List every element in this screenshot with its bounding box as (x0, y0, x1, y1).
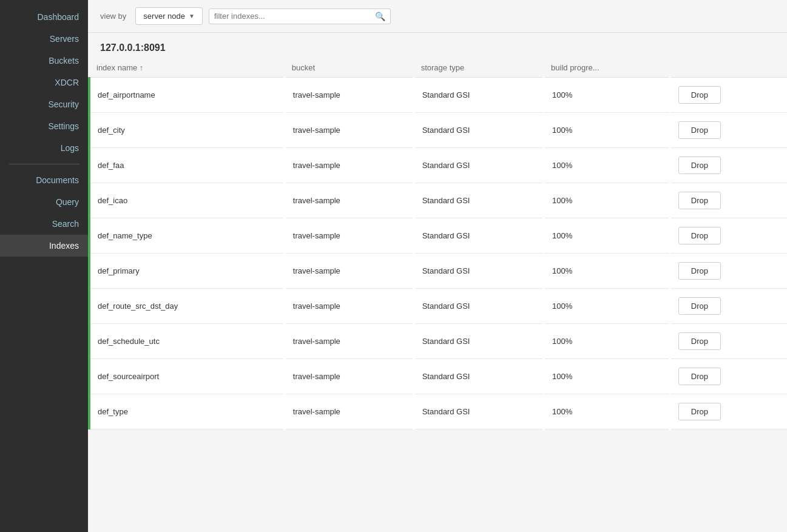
drop-button[interactable]: Drop (678, 121, 721, 139)
action-cell: Drop (670, 394, 787, 429)
action-cell: Drop (670, 78, 787, 113)
col-header-build_progress: build progre... (544, 58, 670, 78)
build-progress-cell: 100% (544, 289, 670, 324)
table-row: def_sourceairporttravel-sampleStandard G… (89, 359, 787, 394)
search-icon: 🔍 (375, 12, 385, 21)
server-node-dropdown[interactable]: server node ▼ (135, 7, 203, 25)
storage-type-cell: Standard GSI (414, 148, 544, 183)
table-row: def_airportnametravel-sampleStandard GSI… (89, 78, 787, 113)
sidebar-item-dashboard[interactable]: Dashboard (0, 6, 88, 28)
table-row: def_primarytravel-sampleStandard GSI100%… (89, 254, 787, 289)
build-progress-cell: 100% (544, 359, 670, 394)
bucket-cell: travel-sample (285, 183, 414, 218)
server-header: 127.0.0.1:8091 (88, 33, 787, 58)
index-name-cell: def_route_src_dst_day (89, 289, 285, 324)
sidebar-item-query[interactable]: Query (0, 191, 88, 213)
drop-button[interactable]: Drop (678, 262, 721, 280)
build-progress-cell: 100% (544, 183, 670, 218)
chevron-down-icon: ▼ (189, 13, 195, 19)
storage-type-cell: Standard GSI (414, 254, 544, 289)
drop-button[interactable]: Drop (678, 332, 721, 350)
toolbar: view by server node ▼ 🔍 (88, 0, 787, 33)
sidebar-item-security[interactable]: Security (0, 93, 88, 115)
action-cell: Drop (670, 359, 787, 394)
index-name-cell: def_sourceairport (89, 359, 285, 394)
col-header-storage_type: storage type (414, 58, 544, 78)
action-cell: Drop (670, 183, 787, 218)
sidebar-item-settings[interactable]: Settings (0, 115, 88, 137)
bucket-cell: travel-sample (285, 289, 414, 324)
sidebar-item-logs[interactable]: Logs (0, 137, 88, 159)
drop-button[interactable]: Drop (678, 403, 721, 420)
server-node-title: 127.0.0.1:8091 (100, 42, 166, 53)
sidebar-item-documents[interactable]: Documents (0, 169, 88, 191)
bucket-cell: travel-sample (285, 324, 414, 359)
index-name-cell: def_airportname (89, 78, 285, 113)
index-name-cell: def_name_type (89, 218, 285, 254)
bucket-cell: travel-sample (285, 148, 414, 183)
view-by-label: view by (100, 12, 126, 21)
col-header-action (670, 58, 787, 78)
table-header-row: index name ↑bucketstorage typebuild prog… (89, 58, 787, 78)
drop-button[interactable]: Drop (678, 368, 721, 385)
build-progress-cell: 100% (544, 218, 670, 254)
bucket-cell: travel-sample (285, 359, 414, 394)
index-name-cell: def_primary (89, 254, 285, 289)
storage-type-cell: Standard GSI (414, 183, 544, 218)
storage-type-cell: Standard GSI (414, 289, 544, 324)
sidebar-item-indexes[interactable]: Indexes (0, 235, 88, 257)
sidebar-divider (9, 164, 79, 164)
drop-button[interactable]: Drop (678, 86, 721, 104)
drop-button[interactable]: Drop (678, 227, 721, 244)
sidebar: DashboardServersBucketsXDCRSecuritySetti… (0, 0, 88, 532)
build-progress-cell: 100% (544, 324, 670, 359)
table-row: def_typetravel-sampleStandard GSI100%Dro… (89, 394, 787, 429)
build-progress-cell: 100% (544, 78, 670, 113)
sidebar-item-xdcr[interactable]: XDCR (0, 72, 88, 93)
index-name-cell: def_type (89, 394, 285, 429)
storage-type-cell: Standard GSI (414, 113, 544, 148)
action-cell: Drop (670, 148, 787, 183)
index-name-cell: def_faa (89, 148, 285, 183)
bucket-cell: travel-sample (285, 78, 414, 113)
bucket-cell: travel-sample (285, 394, 414, 429)
main-content: view by server node ▼ 🔍 127.0.0.1:8091 i… (88, 0, 787, 532)
table-row: def_faatravel-sampleStandard GSI100%Drop (89, 148, 787, 183)
dropdown-value: server node (143, 12, 185, 21)
drop-button[interactable]: Drop (678, 157, 721, 174)
storage-type-cell: Standard GSI (414, 394, 544, 429)
sidebar-item-search[interactable]: Search (0, 213, 88, 235)
filter-input[interactable] (214, 12, 375, 21)
col-header-bucket: bucket (285, 58, 414, 78)
drop-button[interactable]: Drop (678, 192, 721, 209)
table-row: def_route_src_dst_daytravel-sampleStanda… (89, 289, 787, 324)
table-row: def_name_typetravel-sampleStandard GSI10… (89, 218, 787, 254)
indexes-table: index name ↑bucketstorage typebuild prog… (88, 58, 787, 429)
sidebar-item-buckets[interactable]: Buckets (0, 50, 88, 72)
table-row: def_schedule_utctravel-sampleStandard GS… (89, 324, 787, 359)
build-progress-cell: 100% (544, 148, 670, 183)
storage-type-cell: Standard GSI (414, 218, 544, 254)
index-name-cell: def_schedule_utc (89, 324, 285, 359)
bucket-cell: travel-sample (285, 218, 414, 254)
action-cell: Drop (670, 289, 787, 324)
table-row: def_icaotravel-sampleStandard GSI100%Dro… (89, 183, 787, 218)
build-progress-cell: 100% (544, 113, 670, 148)
filter-input-wrap: 🔍 (209, 8, 391, 24)
storage-type-cell: Standard GSI (414, 359, 544, 394)
storage-type-cell: Standard GSI (414, 78, 544, 113)
table-row: def_citytravel-sampleStandard GSI100%Dro… (89, 113, 787, 148)
action-cell: Drop (670, 254, 787, 289)
sidebar-item-servers[interactable]: Servers (0, 28, 88, 50)
build-progress-cell: 100% (544, 254, 670, 289)
action-cell: Drop (670, 324, 787, 359)
build-progress-cell: 100% (544, 394, 670, 429)
bucket-cell: travel-sample (285, 113, 414, 148)
storage-type-cell: Standard GSI (414, 324, 544, 359)
bucket-cell: travel-sample (285, 254, 414, 289)
drop-button[interactable]: Drop (678, 297, 721, 315)
action-cell: Drop (670, 113, 787, 148)
col-header-index_name[interactable]: index name ↑ (89, 58, 285, 78)
index-name-cell: def_icao (89, 183, 285, 218)
table-body: def_airportnametravel-sampleStandard GSI… (89, 78, 787, 429)
